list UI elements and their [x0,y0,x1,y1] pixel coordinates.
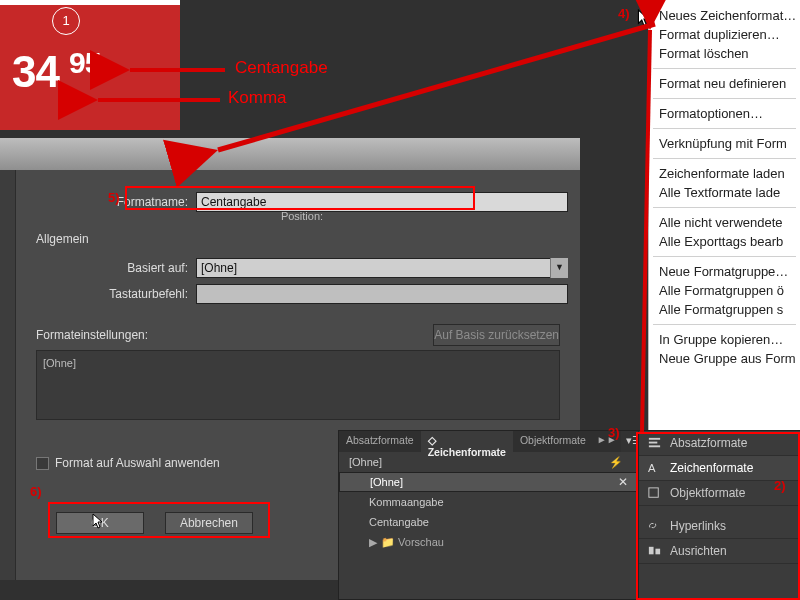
ann-4: 4) [618,6,630,21]
shortcut-label: Tastaturbefehl: [36,287,196,301]
tab-objekt[interactable]: Objektformate [513,431,593,452]
price-ad: 1 34,95 [0,0,180,130]
object-icon [647,486,662,500]
apply-checkbox-label: Format auf Auswahl anwenden [55,456,220,470]
disclosure-triangle-icon: ▶ [369,536,377,549]
menu-separator [653,158,796,159]
svg-line-9 [218,24,655,150]
cancel-button[interactable]: Abbrechen [165,512,253,534]
mi-copy-group[interactable]: In Gruppe kopieren… [649,330,800,349]
menu-separator [653,256,796,257]
tab-absatz[interactable]: Absatzformate [339,431,421,452]
style-row-komma[interactable]: Kommaangabe [339,492,639,512]
price-cents: 95 [69,46,100,79]
svg-text:A: A [648,462,656,474]
mi-load-text[interactable]: Alle Textformate lade [649,183,800,202]
chevron-down-icon: ▼ [550,258,568,278]
basedon-label: Basiert auf: [36,261,196,275]
dock-label: Objektformate [670,486,745,500]
cursor-icon [91,513,105,531]
bolt-icon: ⚡ [609,456,623,469]
character-icon: A [647,461,662,475]
price-whole: 34 [12,47,59,96]
position-label: Position: [36,210,568,222]
tab-absatz-label: Absatzformate [346,434,414,446]
svg-rect-2 [649,445,660,447]
cursor-icon [636,9,652,29]
style-label: [Ohne] [349,456,382,468]
mi-unused[interactable]: Alle nicht verwendete [649,213,800,232]
price-comma: , [59,63,69,107]
style-row-vorschau[interactable]: ▶📁 Vorschau [339,532,639,553]
reset-button[interactable]: Auf Basis zurücksetzen [433,324,560,346]
mi-new-charstyle[interactable]: Neues Zeichenformat… [649,6,800,25]
dock-label: Ausrichten [670,544,727,558]
folder-icon: 📁 [381,536,395,548]
link-icon [647,519,662,533]
mi-link[interactable]: Verknüpfung mit Form [649,134,800,153]
dock-label: Absatzformate [670,436,747,450]
badge-one: 1 [52,7,80,35]
mi-export-tags[interactable]: Alle Exporttags bearb [649,232,800,251]
style-label: Vorschau [398,536,444,548]
menu-separator [653,324,796,325]
dialog-sidebar [0,170,16,580]
tab-objekt-label: Objektformate [520,434,586,446]
style-row-ohne-selected[interactable]: [Ohne]✕ [339,472,639,492]
dock-hyperlinks[interactable]: Hyperlinks [639,514,800,539]
svg-rect-5 [649,547,654,555]
menu-separator [653,98,796,99]
image-strip [0,138,580,170]
tab-zeichen-label: Zeichenformate [428,446,506,458]
panel-expand-icon[interactable]: ►► [593,431,621,452]
dock-label: Zeichenformate [670,461,753,475]
mi-load-char[interactable]: Zeichenformate laden [649,164,800,183]
apply-on-selection-row[interactable]: Format auf Auswahl anwenden [36,456,220,470]
panel-dock: Absatzformate AZeichenformate Objektform… [638,430,800,600]
mi-redefine[interactable]: Format neu definieren [649,74,800,93]
mi-close-groups[interactable]: Alle Formatgruppen s [649,300,800,319]
menu-separator [653,207,796,208]
svg-rect-1 [649,442,657,444]
shortcut-input[interactable] [196,284,568,304]
style-label: [Ohne] [350,473,403,491]
svg-rect-4 [649,488,658,497]
formatname-input[interactable] [196,192,568,212]
ann-komma: Komma [228,88,287,108]
align-icon [647,544,662,558]
dock-label: Hyperlinks [670,519,726,533]
mi-delete[interactable]: Format löschen [649,44,800,63]
paragraph-icon [647,436,662,450]
tab-zeichen[interactable]: ◇ Zeichenformate [421,431,513,452]
mi-options[interactable]: Formatoptionen… [649,104,800,123]
menu-separator [653,68,796,69]
settings-item: [Ohne] [43,357,76,369]
ok-button[interactable]: OK [56,512,144,534]
section-general: Allgemein [36,232,89,246]
style-row-cent[interactable]: Centangabe [339,512,639,532]
section-settings: Formateinstellungen: [36,328,148,342]
basedon-select[interactable]: [Ohne]▼ [196,258,568,278]
mi-new-group[interactable]: Neue Formatgruppe… [649,262,800,281]
formatname-label: Formatname: [36,195,196,209]
mi-new-group-from[interactable]: Neue Gruppe aus Form [649,349,800,368]
svg-rect-6 [655,549,660,555]
context-menu: Neues Zeichenformat… Format duplizieren…… [648,0,800,430]
svg-rect-0 [649,438,660,440]
dock-objektformate[interactable]: Objektformate [639,481,800,506]
mi-open-groups[interactable]: Alle Formatgruppen ö [649,281,800,300]
mi-duplicate[interactable]: Format duplizieren… [649,25,800,44]
close-icon[interactable]: ✕ [618,473,628,491]
apply-checkbox[interactable] [36,457,49,470]
dock-zeichenformate[interactable]: AZeichenformate [639,456,800,481]
dock-absatzformate[interactable]: Absatzformate [639,431,800,456]
ann-centangabe: Centangabe [235,58,328,78]
dock-ausrichten[interactable]: Ausrichten [639,539,800,564]
basedon-value: [Ohne] [201,261,237,275]
settings-listbox: [Ohne] [36,350,560,420]
menu-separator [653,128,796,129]
price-display: 34,95 [12,47,100,97]
character-styles-panel: Absatzformate ◇ Zeichenformate Objektfor… [338,430,640,600]
